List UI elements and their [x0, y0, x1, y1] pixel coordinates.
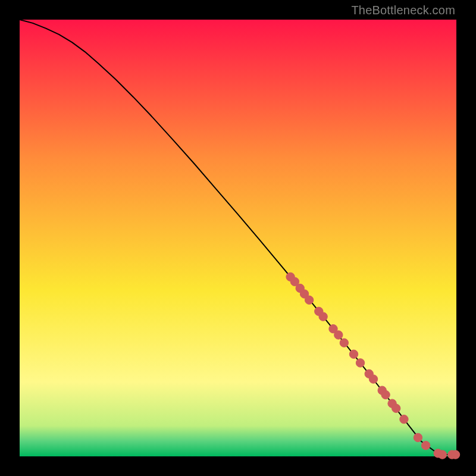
plot-area — [20, 20, 456, 456]
data-marker — [349, 350, 358, 358]
data-marker — [414, 433, 422, 441]
data-marker — [369, 375, 377, 383]
watermark-label: TheBottleneck.com — [351, 4, 455, 17]
data-marker — [305, 296, 313, 304]
data-marker — [421, 441, 430, 449]
data-marker — [319, 312, 327, 321]
data-marker — [438, 450, 446, 459]
data-marker — [356, 359, 364, 367]
data-marker — [400, 415, 408, 423]
chart-svg — [20, 20, 456, 456]
scatter-markers — [286, 273, 460, 459]
data-marker — [334, 331, 343, 339]
data-marker — [340, 339, 348, 347]
curve-line — [20, 20, 456, 455]
data-marker — [381, 390, 390, 399]
data-marker — [392, 404, 400, 412]
data-marker — [451, 450, 459, 459]
chart-stage: TheBottleneck.com — [0, 0, 476, 476]
